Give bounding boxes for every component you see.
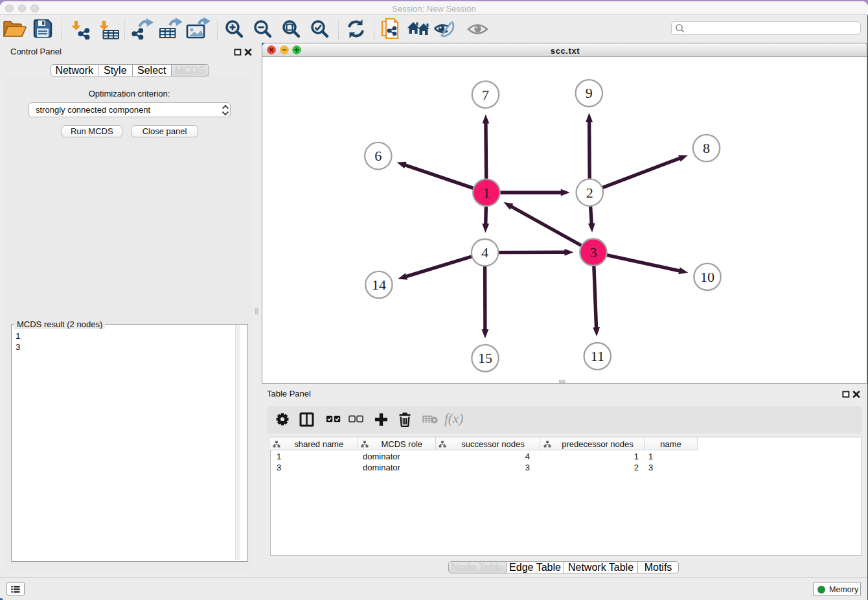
svg-text:3: 3	[590, 244, 597, 260]
svg-text:10: 10	[700, 269, 714, 285]
svg-text:11: 11	[591, 348, 604, 364]
svg-text:6: 6	[374, 148, 382, 164]
svg-text:7: 7	[482, 87, 489, 103]
svg-text:2: 2	[586, 185, 593, 201]
svg-text:9: 9	[586, 85, 593, 101]
svg-text:15: 15	[478, 350, 492, 366]
svg-text:4: 4	[481, 244, 488, 260]
svg-text:1: 1	[483, 185, 490, 201]
svg-text:14: 14	[372, 277, 386, 293]
svg-text:8: 8	[703, 140, 710, 156]
